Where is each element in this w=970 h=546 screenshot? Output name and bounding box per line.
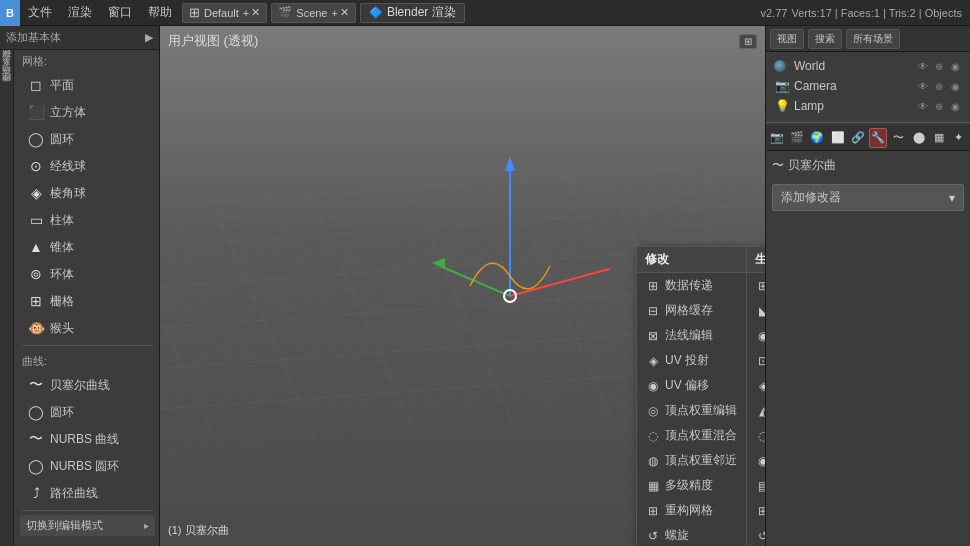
nav-btn-maximize[interactable]: ⊞ (739, 34, 757, 49)
prop-world-btn[interactable]: 🌍 (808, 128, 826, 148)
eye-icon2[interactable]: 👁 (916, 79, 930, 93)
mesh-plane[interactable]: ◻ 平面 (20, 72, 155, 98)
curve-circle[interactable]: ◯ 圆环 (20, 399, 155, 425)
menu-file[interactable]: 文件 (20, 0, 60, 25)
side-tabs: 工具 创建 关系 动画 物理 (0, 50, 14, 546)
uvproject-icon: ◈ (645, 353, 661, 369)
prop-constraints-btn[interactable]: 🔗 (849, 128, 867, 148)
cone-icon: ▲ (26, 237, 46, 257)
ctx-item-vwedit[interactable]: ◎ 顶点权重编辑 (637, 398, 746, 423)
viewport-bottom-label: (1) 贝塞尔曲 (168, 523, 229, 538)
scene-item-camera[interactable]: 📷 Camera 👁 ⊕ ◉ (770, 76, 966, 96)
ctx-header-modify: 修改 (637, 247, 746, 273)
app-icon[interactable]: B (0, 0, 20, 26)
ctx-item-screw[interactable]: ↺ 螺旋 (637, 523, 746, 546)
ctx-item-normaledit[interactable]: ⊠ 法线编辑 (637, 323, 746, 348)
mesh-icosphere[interactable]: ◈ 棱角球 (20, 180, 155, 206)
render-icon[interactable]: ◉ (948, 59, 962, 73)
editor-type[interactable]: ⊞ Default + ✕ (182, 3, 267, 23)
menu-window[interactable]: 窗口 (100, 0, 140, 25)
ctx-item-meshcache[interactable]: ⊟ 网格缓存 (637, 298, 746, 323)
ctx-item-multires2[interactable]: ▤ 多级精度 (747, 473, 765, 498)
toggle-edit-mode[interactable]: 切换到编辑模式 ▸ (20, 515, 155, 536)
scenes-btn[interactable]: 所有场景 (846, 29, 900, 49)
scene-item-lamp[interactable]: 💡 Lamp 👁 ⊕ ◉ (770, 96, 966, 116)
ctx-item-mask[interactable]: ◌ 遮罩 (747, 423, 765, 448)
ctx-item-edgesplit[interactable]: ◭ 拆边 (747, 398, 765, 423)
ctx-item-boolean[interactable]: ◉ 布尔 (747, 323, 765, 348)
left-panel-title: 添加基本体 ▶ (0, 26, 159, 50)
ctx-item-multires[interactable]: ▦ 多级精度 (637, 473, 746, 498)
ctx-item-decimate[interactable]: ◈ 精简 (747, 373, 765, 398)
mesh-ring[interactable]: ⊚ 环体 (20, 261, 155, 287)
eye-icon[interactable]: 👁 (916, 59, 930, 73)
eye-icon3[interactable]: 👁 (916, 99, 930, 113)
mesh-grid[interactable]: ⊞ 栅格 (20, 288, 155, 314)
vwproximity-icon: ◍ (645, 453, 661, 469)
mesh-uvsphere[interactable]: ⊙ 经线球 (20, 153, 155, 179)
mesh-cone[interactable]: ▲ 锥体 (20, 234, 155, 260)
normaledit-icon: ⊠ (645, 328, 661, 344)
render-icon3[interactable]: ◉ (948, 99, 962, 113)
scene-item-world[interactable]: World 👁 ⊕ ◉ (770, 56, 966, 76)
world-icon (774, 58, 790, 74)
nurbs-circle[interactable]: ◯ NURBS 圆环 (20, 453, 155, 479)
cursor-icon3[interactable]: ⊕ (932, 99, 946, 113)
mesh-torus[interactable]: ◯ 圆环 (20, 126, 155, 152)
menu-help[interactable]: 帮助 (140, 0, 180, 25)
cylinder-icon: ▭ (26, 210, 46, 230)
prop-object-btn[interactable]: ⬜ (829, 128, 847, 148)
array-icon: ⊞ (755, 278, 765, 294)
scene-selector[interactable]: 🎬 Scene + ✕ (271, 3, 356, 23)
prop-data-btn[interactable]: 〜 (889, 128, 907, 148)
side-tab-physics[interactable]: 物理 (0, 86, 14, 92)
ctx-item-array[interactable]: ⊞ 阵列 (747, 273, 765, 298)
cursor-icon2[interactable]: ⊕ (932, 79, 946, 93)
datatransfer-icon: ⊞ (645, 278, 661, 294)
ctx-item-datatransfer[interactable]: ⊞ 数据传递 (637, 273, 746, 298)
nurbs-curve[interactable]: 〜 NURBS 曲线 (20, 426, 155, 452)
prop-particles-btn[interactable]: ✦ (950, 128, 968, 148)
side-tab-create[interactable]: 创建 (0, 62, 14, 68)
prop-material-btn[interactable]: ⬤ (909, 128, 927, 148)
edgesplit-icon: ◭ (755, 403, 765, 419)
viewport[interactable]: 用户视图 (透视) ⊞ (1) 贝塞尔曲 修改 ⊞ 数据传递 ⊟ 网格缓存 ⊠ (160, 26, 765, 546)
ctx-item-build[interactable]: ⊡ 建形 (747, 348, 765, 373)
ctx-item-bevel[interactable]: ◣ 倒角 (747, 298, 765, 323)
ctx-item-uvwarp[interactable]: ◉ UV 偏移 (637, 373, 746, 398)
vwedit-icon: ◎ (645, 403, 661, 419)
add-modifier-btn[interactable]: 添加修改器 ▾ (772, 184, 964, 211)
left-panel: 添加基本体 ▶ 工具 创建 关系 动画 物理 网格: ◻ 平面 ⬛ (0, 26, 160, 546)
path-curve[interactable]: ⤴ 路径曲线 (20, 480, 155, 506)
side-tab-relations[interactable]: 关系 (0, 70, 14, 76)
render-icon2[interactable]: ◉ (948, 79, 962, 93)
prop-modifier-btn active-red[interactable]: 🔧 (869, 128, 887, 148)
ctx-item-remesh2[interactable]: ⊞ 重构网格 (747, 498, 765, 523)
curve-bezier[interactable]: 〜 贝塞尔曲线 (20, 372, 155, 398)
bevel-icon: ◣ (755, 303, 765, 319)
search-btn[interactable]: 搜索 (808, 29, 842, 49)
mesh-cylinder[interactable]: ▭ 柱体 (20, 207, 155, 233)
side-tab-animate[interactable]: 动画 (0, 78, 14, 84)
view-btn[interactable]: 视图 (770, 29, 804, 49)
ctx-item-uvproject[interactable]: ◈ UV 投射 (637, 348, 746, 373)
ctx-item-vwproximity[interactable]: ◍ 顶点权重邻近 (637, 448, 746, 473)
svg-line-7 (440, 266, 510, 296)
engine-selector[interactable]: 🔷 Blender 渲染 (360, 3, 465, 23)
menu-render[interactable]: 渲染 (60, 0, 100, 25)
uvsphere-icon: ⊙ (26, 156, 46, 176)
side-tab-tools[interactable]: 工具 (0, 54, 14, 60)
ctx-item-vwmix[interactable]: ◌ 顶点权重混合 (637, 423, 746, 448)
ctx-item-remesh[interactable]: ⊞ 重构网格 (637, 498, 746, 523)
panel-collapse[interactable]: ▶ (145, 31, 153, 44)
prop-scene-btn[interactable]: 🎬 (788, 128, 806, 148)
mesh-monkey[interactable]: 🐵 猴头 (20, 315, 155, 341)
prop-texture-btn[interactable]: ▦ (930, 128, 948, 148)
ctx-item-screw2[interactable]: ↺ 螺旋 (747, 523, 765, 546)
cursor-icon[interactable]: ⊕ (932, 59, 946, 73)
prop-render-btn[interactable]: 📷 (768, 128, 786, 148)
svg-marker-8 (432, 258, 445, 269)
ctx-item-mirror[interactable]: ◉ 镜射 (747, 448, 765, 473)
mesh-cube[interactable]: ⬛ 立方体 (20, 99, 155, 125)
version-text: v2.77 (760, 7, 787, 19)
